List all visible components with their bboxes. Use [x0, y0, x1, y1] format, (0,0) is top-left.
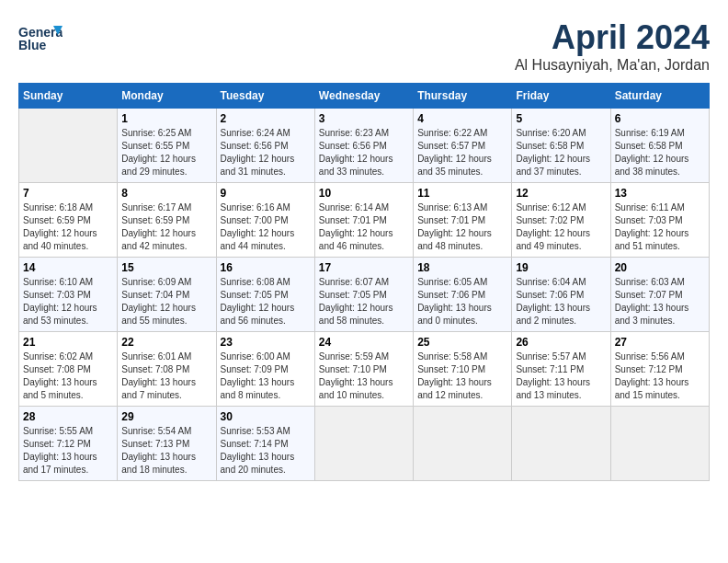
day-info: Sunrise: 6:05 AM Sunset: 7:06 PM Dayligh… [417, 276, 507, 327]
day-number: 8 [121, 187, 211, 200]
day-number: 3 [319, 112, 409, 125]
calendar-cell: 17Sunrise: 6:07 AM Sunset: 7:05 PM Dayli… [314, 258, 413, 332]
day-info: Sunrise: 5:57 AM Sunset: 7:11 PM Dayligh… [516, 350, 606, 402]
day-info: Sunrise: 6:07 AM Sunset: 7:05 PM Dayligh… [319, 276, 409, 327]
day-info: Sunrise: 6:09 AM Sunset: 7:04 PM Dayligh… [121, 276, 211, 327]
calendar-cell: 15Sunrise: 6:09 AM Sunset: 7:04 PM Dayli… [118, 258, 216, 332]
calendar-cell: 11Sunrise: 6:13 AM Sunset: 7:01 PM Dayli… [414, 183, 512, 258]
calendar-cell: 26Sunrise: 5:57 AM Sunset: 7:11 PM Dayli… [512, 332, 610, 407]
day-number: 2 [221, 112, 311, 125]
day-info: Sunrise: 5:53 AM Sunset: 7:14 PM Dayligh… [221, 425, 311, 477]
day-number: 6 [615, 112, 705, 125]
logo-icon: General Blue [18, 18, 63, 55]
calendar-cell [314, 407, 413, 481]
calendar-cell: 20Sunrise: 6:03 AM Sunset: 7:07 PM Dayli… [610, 258, 709, 332]
day-number: 23 [221, 336, 311, 349]
calendar-cell: 1Sunrise: 6:25 AM Sunset: 6:55 PM Daylig… [118, 109, 216, 183]
calendar-cell: 23Sunrise: 6:00 AM Sunset: 7:09 PM Dayli… [216, 332, 314, 407]
calendar-week-4: 21Sunrise: 6:02 AM Sunset: 7:08 PM Dayli… [19, 332, 710, 407]
header-row: SundayMondayTuesdayWednesdayThursdayFrid… [19, 84, 710, 109]
day-info: Sunrise: 5:54 AM Sunset: 7:13 PM Dayligh… [121, 425, 211, 477]
day-info: Sunrise: 6:00 AM Sunset: 7:09 PM Dayligh… [221, 350, 311, 402]
calendar-week-1: 1Sunrise: 6:25 AM Sunset: 6:55 PM Daylig… [19, 109, 710, 183]
day-number: 29 [121, 410, 211, 423]
day-info: Sunrise: 6:17 AM Sunset: 6:59 PM Dayligh… [121, 201, 211, 253]
day-info: Sunrise: 6:22 AM Sunset: 6:57 PM Dayligh… [417, 127, 507, 178]
calendar-cell: 2Sunrise: 6:24 AM Sunset: 6:56 PM Daylig… [216, 109, 314, 183]
calendar-cell: 18Sunrise: 6:05 AM Sunset: 7:06 PM Dayli… [414, 258, 512, 332]
day-info: Sunrise: 6:11 AM Sunset: 7:03 PM Dayligh… [615, 201, 705, 253]
calendar-cell [19, 109, 118, 183]
page-header: General Blue April 2024 Al Husayniyah, M… [18, 18, 710, 74]
day-number: 10 [319, 187, 409, 200]
day-header-thursday: Thursday [414, 84, 512, 109]
day-number: 15 [121, 261, 211, 274]
calendar-cell: 16Sunrise: 6:08 AM Sunset: 7:05 PM Dayli… [216, 258, 314, 332]
calendar-cell: 13Sunrise: 6:11 AM Sunset: 7:03 PM Dayli… [610, 183, 709, 258]
day-number: 1 [121, 112, 211, 125]
calendar-cell: 3Sunrise: 6:23 AM Sunset: 6:56 PM Daylig… [314, 109, 413, 183]
day-info: Sunrise: 6:13 AM Sunset: 7:01 PM Dayligh… [417, 201, 507, 253]
day-number: 11 [417, 187, 507, 200]
day-number: 25 [417, 336, 507, 349]
calendar-cell: 7Sunrise: 6:18 AM Sunset: 6:59 PM Daylig… [19, 183, 118, 258]
day-number: 27 [615, 336, 705, 349]
calendar-cell [512, 407, 610, 481]
day-number: 21 [23, 336, 113, 349]
calendar-cell: 6Sunrise: 6:19 AM Sunset: 6:58 PM Daylig… [610, 109, 709, 183]
day-info: Sunrise: 6:02 AM Sunset: 7:08 PM Dayligh… [23, 350, 113, 402]
day-info: Sunrise: 5:55 AM Sunset: 7:12 PM Dayligh… [23, 425, 113, 477]
calendar-cell [610, 407, 709, 481]
day-number: 28 [23, 410, 113, 423]
calendar-cell [414, 407, 512, 481]
day-number: 24 [319, 336, 409, 349]
day-number: 16 [221, 261, 311, 274]
day-info: Sunrise: 6:14 AM Sunset: 7:01 PM Dayligh… [319, 201, 409, 253]
calendar-week-2: 7Sunrise: 6:18 AM Sunset: 6:59 PM Daylig… [19, 183, 710, 258]
day-info: Sunrise: 5:58 AM Sunset: 7:10 PM Dayligh… [417, 350, 507, 402]
day-info: Sunrise: 6:03 AM Sunset: 7:07 PM Dayligh… [615, 276, 705, 327]
calendar-table: SundayMondayTuesdayWednesdayThursdayFrid… [18, 83, 710, 481]
day-number: 5 [516, 112, 606, 125]
page-title: April 2024 [515, 18, 710, 57]
day-info: Sunrise: 6:25 AM Sunset: 6:55 PM Dayligh… [121, 127, 211, 178]
day-info: Sunrise: 6:19 AM Sunset: 6:58 PM Dayligh… [615, 127, 705, 178]
calendar-cell: 30Sunrise: 5:53 AM Sunset: 7:14 PM Dayli… [216, 407, 314, 481]
calendar-cell: 12Sunrise: 6:12 AM Sunset: 7:02 PM Dayli… [512, 183, 610, 258]
day-info: Sunrise: 5:56 AM Sunset: 7:12 PM Dayligh… [615, 350, 705, 402]
day-number: 7 [23, 187, 113, 200]
day-number: 20 [615, 261, 705, 274]
day-header-sunday: Sunday [19, 84, 118, 109]
day-info: Sunrise: 6:04 AM Sunset: 7:06 PM Dayligh… [516, 276, 606, 327]
svg-text:Blue: Blue [18, 38, 47, 52]
day-number: 18 [417, 261, 507, 274]
day-header-friday: Friday [512, 84, 610, 109]
calendar-cell: 22Sunrise: 6:01 AM Sunset: 7:08 PM Dayli… [118, 332, 216, 407]
calendar-week-5: 28Sunrise: 5:55 AM Sunset: 7:12 PM Dayli… [19, 407, 710, 481]
day-header-monday: Monday [118, 84, 216, 109]
title-block: April 2024 Al Husayniyah, Ma'an, Jordan [515, 18, 710, 74]
calendar-cell: 25Sunrise: 5:58 AM Sunset: 7:10 PM Dayli… [414, 332, 512, 407]
page-subtitle: Al Husayniyah, Ma'an, Jordan [515, 57, 710, 74]
calendar-cell: 4Sunrise: 6:22 AM Sunset: 6:57 PM Daylig… [414, 109, 512, 183]
day-info: Sunrise: 6:23 AM Sunset: 6:56 PM Dayligh… [319, 127, 409, 178]
day-info: Sunrise: 6:20 AM Sunset: 6:58 PM Dayligh… [516, 127, 606, 178]
day-number: 26 [516, 336, 606, 349]
calendar-cell: 24Sunrise: 5:59 AM Sunset: 7:10 PM Dayli… [314, 332, 413, 407]
calendar-cell: 29Sunrise: 5:54 AM Sunset: 7:13 PM Dayli… [118, 407, 216, 481]
day-header-saturday: Saturday [610, 84, 709, 109]
day-number: 13 [615, 187, 705, 200]
day-number: 17 [319, 261, 409, 274]
day-number: 19 [516, 261, 606, 274]
calendar-cell: 10Sunrise: 6:14 AM Sunset: 7:01 PM Dayli… [314, 183, 413, 258]
calendar-cell: 8Sunrise: 6:17 AM Sunset: 6:59 PM Daylig… [118, 183, 216, 258]
day-number: 4 [417, 112, 507, 125]
day-number: 30 [221, 410, 311, 423]
calendar-cell: 14Sunrise: 6:10 AM Sunset: 7:03 PM Dayli… [19, 258, 118, 332]
day-info: Sunrise: 6:24 AM Sunset: 6:56 PM Dayligh… [221, 127, 311, 178]
day-number: 14 [23, 261, 113, 274]
day-header-wednesday: Wednesday [314, 84, 413, 109]
day-info: Sunrise: 6:10 AM Sunset: 7:03 PM Dayligh… [23, 276, 113, 327]
logo: General Blue [18, 18, 66, 55]
day-info: Sunrise: 6:18 AM Sunset: 6:59 PM Dayligh… [23, 201, 113, 253]
